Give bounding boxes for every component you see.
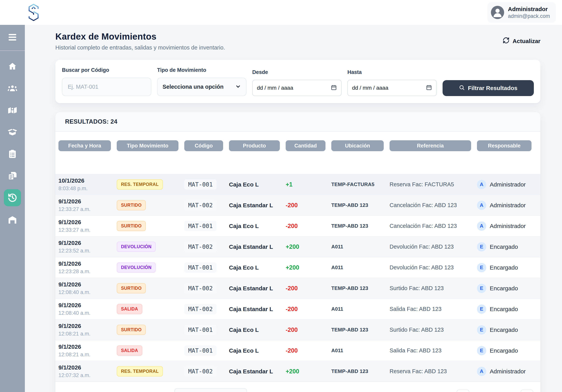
row-date: 9/1/2026 xyxy=(59,364,117,371)
responsible-avatar: A xyxy=(477,221,486,231)
column-pill: Cantidad xyxy=(286,140,326,151)
users-icon xyxy=(8,84,17,92)
row-code: MAT-002 xyxy=(184,366,217,377)
row-location: A011 xyxy=(331,306,389,312)
row-responsible: Encargado xyxy=(490,306,518,313)
search-input[interactable] xyxy=(62,78,151,96)
row-date: 9/1/2026 xyxy=(59,260,117,267)
date-from-value: dd / mm / aaaa xyxy=(257,85,293,91)
table-row[interactable]: 9/1/2026 12:23:52 a.m. DEVOLUCIÓN MAT-00… xyxy=(55,236,540,257)
row-quantity: -200 xyxy=(286,326,331,333)
sidebar-item-map[interactable] xyxy=(0,99,25,121)
table-footer: Mostrando 10 de 24 resultados Mostrar: 1… xyxy=(55,381,540,392)
sidebar-item-home[interactable] xyxy=(0,55,25,77)
row-quantity: +200 xyxy=(286,368,331,375)
row-location: TEMP-ABD 123 xyxy=(331,202,389,208)
table-row[interactable]: 9/1/2026 12:07:32 a.m. RES. TEMPORAL MAT… xyxy=(55,361,540,381)
date-to-input[interactable]: dd / mm / aaaa xyxy=(347,80,437,96)
row-product: Caja Eco L xyxy=(229,264,286,271)
row-code: MAT-002 xyxy=(184,283,217,293)
row-reference: Salida Fac: ABD 123 xyxy=(389,347,477,354)
movement-type-select[interactable]: Selecciona una opción xyxy=(157,78,246,96)
date-from-label: Desde xyxy=(252,69,342,75)
date-to-value: dd / mm / aaaa xyxy=(352,85,388,91)
row-location: A011 xyxy=(331,265,389,270)
row-product: Caja Eco L xyxy=(229,347,286,354)
row-product: Caja Estandar L xyxy=(229,306,286,313)
refresh-button[interactable]: Actualizar xyxy=(503,37,540,45)
table-row[interactable]: 9/1/2026 12:33:27 a.m. SURTIDO MAT-002 C… xyxy=(55,195,540,215)
filter-submit-label: Filtrar Resultados xyxy=(468,85,517,91)
search-label: Buscar por Código xyxy=(62,67,151,73)
table-row[interactable]: 9/1/2026 12:33:27 a.m. SURTIDO MAT-001 C… xyxy=(55,215,540,236)
row-quantity: -200 xyxy=(286,223,331,230)
movement-type-field: Tipo de Movimiento Selecciona una opción xyxy=(157,67,246,96)
row-time: 12:33:27 a.m. xyxy=(59,206,117,212)
movement-type-badge: RES. TEMPORAL xyxy=(117,179,163,190)
row-location: TEMP-ABD 123 xyxy=(331,223,389,229)
date-from-input[interactable]: dd / mm / aaaa xyxy=(252,80,342,96)
next-page-button[interactable]: → xyxy=(520,390,533,392)
row-code: MAT-002 xyxy=(184,242,217,252)
responsible-avatar: A xyxy=(477,367,486,376)
sidebar-item-orders[interactable] xyxy=(0,143,25,165)
table-row[interactable]: 9/1/2026 12:08:40 a.m. SURTIDO MAT-002 C… xyxy=(55,278,540,299)
active-item-highlight xyxy=(4,189,21,206)
calendar-icon[interactable] xyxy=(426,84,432,91)
row-date: 9/1/2026 xyxy=(59,198,117,205)
user-avatar-icon xyxy=(491,6,504,19)
row-location: TEMP-ABD 123 xyxy=(331,368,389,374)
row-reference: Reserva Fac: FACTURA5 xyxy=(389,181,477,188)
movement-type-label: Tipo de Movimiento xyxy=(157,67,246,73)
row-date: 9/1/2026 xyxy=(59,302,117,309)
row-quantity: -200 xyxy=(286,202,331,209)
table-row[interactable]: 9/1/2026 12:08:21 a.m. SURTIDO MAT-001 C… xyxy=(55,319,540,340)
clipboard-icon xyxy=(8,149,17,158)
per-page-select[interactable]: 10 xyxy=(174,388,247,392)
movement-type-badge: DEVOLUCIÓN xyxy=(117,242,156,252)
sidebar-toggle-button[interactable] xyxy=(0,25,25,51)
sidebar-item-kardex[interactable] xyxy=(0,187,25,209)
row-time: 12:08:40 a.m. xyxy=(59,289,117,295)
movement-type-value: Selecciona una opción xyxy=(163,84,223,90)
row-reference: Surtido Fac: ABD 123 xyxy=(389,327,477,333)
row-date: 9/1/2026 xyxy=(59,344,117,350)
previous-page-button[interactable]: ← xyxy=(457,390,469,392)
user-menu[interactable]: Administrador admin@pack.com xyxy=(487,2,556,22)
row-code: MAT-001 xyxy=(184,325,217,335)
row-code: MAT-001 xyxy=(184,221,217,231)
filter-submit-button[interactable]: Filtrar Resultados xyxy=(443,80,534,96)
row-product: Caja Eco L xyxy=(229,223,286,229)
table-row[interactable]: 9/1/2026 12:23:28 a.m. DEVOLUCIÓN MAT-00… xyxy=(55,257,540,278)
sidebar-item-users[interactable] xyxy=(0,77,25,99)
sidebar-item-warehouse[interactable] xyxy=(0,209,25,231)
row-date: 9/1/2026 xyxy=(59,219,117,225)
user-name: Administrador xyxy=(508,6,550,12)
date-to-label: Hasta xyxy=(347,69,437,75)
column-pill: Tipo Movimiento xyxy=(117,140,178,151)
row-responsible: Encargado xyxy=(490,244,518,250)
row-reference: Devolución Fac: ABD 123 xyxy=(389,264,477,271)
movement-type-badge: SALIDA xyxy=(117,346,142,356)
sidebar-item-documents[interactable] xyxy=(0,165,25,187)
user-email: admin@pack.com xyxy=(508,13,550,19)
row-responsible: Encargado xyxy=(490,285,518,292)
table-header-row: Fecha y HoraTipo MovimientoCódigoProduct… xyxy=(55,132,540,174)
calendar-icon[interactable] xyxy=(331,84,337,91)
row-code: MAT-002 xyxy=(184,200,217,210)
row-date: 9/1/2026 xyxy=(59,240,117,246)
row-responsible: Administrador xyxy=(490,223,526,229)
home-icon xyxy=(8,62,17,71)
table-row[interactable]: 9/1/2026 12:08:40 a.m. SALIDA MAT-002 Ca… xyxy=(55,299,540,319)
row-time: 8:03:48 p.m. xyxy=(59,186,117,191)
table-row[interactable]: 10/1/2026 8:03:48 p.m. RES. TEMPORAL MAT… xyxy=(55,174,540,195)
row-product: Caja Eco L xyxy=(229,327,286,333)
movement-type-badge: SALIDA xyxy=(117,304,142,314)
row-responsible: Encargado xyxy=(490,327,518,333)
table-row[interactable]: 9/1/2026 12:08:21 a.m. SALIDA MAT-001 Ca… xyxy=(55,340,540,361)
column-pill: Referencia xyxy=(389,140,471,151)
row-product: Caja Estandar L xyxy=(229,244,286,250)
filter-bar: Buscar por Código Tipo de Movimiento Sel… xyxy=(55,60,540,103)
sidebar-item-inventory[interactable] xyxy=(0,121,25,143)
sidebar xyxy=(0,25,25,392)
